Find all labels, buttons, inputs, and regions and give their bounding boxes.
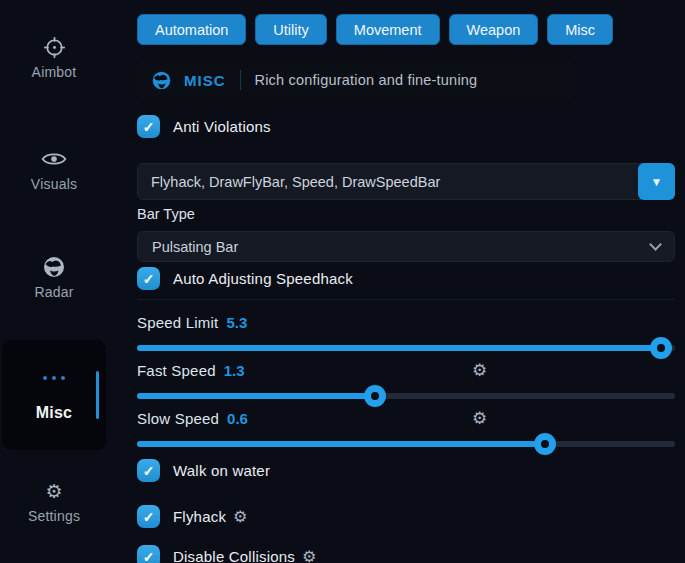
active-indicator [96, 371, 99, 419]
page-title: MISC [184, 72, 226, 89]
slider-track[interactable] [137, 441, 675, 447]
slider-handle[interactable] [534, 433, 556, 455]
multiselect-value: Flyhack, DrawFlyBar, Speed, DrawSpeedBar [138, 174, 639, 190]
dots-icon [2, 376, 106, 380]
tab-automation[interactable]: Automation [137, 14, 246, 45]
check-icon: ✓ [143, 272, 155, 286]
checkbox-row-flyhack: ✓ Flyhack ⚙ [137, 505, 675, 528]
crosshair-icon [0, 34, 108, 60]
checkbox-label: Walk on water [173, 462, 270, 479]
multiselect-dropdown-button[interactable]: ▼ [638, 163, 675, 200]
slider-value: 5.3 [226, 314, 247, 331]
select-value: Pulsating Bar [152, 239, 651, 255]
checkbox-label: Flyhack [173, 508, 226, 525]
fast-speed-label-row: Fast Speed 1.3 ⚙ [137, 362, 675, 379]
slider-track[interactable] [137, 345, 675, 351]
checkbox-row-walk-on-water: ✓ Walk on water [137, 459, 675, 482]
gear-icon[interactable]: ⚙ [302, 547, 316, 563]
page-subtitle: Rich configuration and fine-tuning [255, 72, 478, 88]
tab-utility[interactable]: Utility [255, 14, 326, 45]
check-icon: ✓ [143, 120, 155, 134]
section-header: MISC Rich configuration and fine-tuning [137, 60, 575, 100]
tab-bar: Automation Utility Movement Weapon Misc [137, 14, 675, 45]
checkbox-label: Auto Adjusting Speedhack [173, 270, 353, 287]
check-icon: ✓ [143, 550, 155, 563]
check-icon: ✓ [143, 510, 155, 524]
sidebar-item-visuals[interactable]: Visuals [0, 146, 108, 192]
disable-collisions-checkbox[interactable]: ✓ [137, 545, 160, 563]
check-icon: ✓ [143, 464, 155, 478]
slider-fill [137, 345, 661, 351]
sidebar-item-label: Settings [0, 508, 108, 524]
sidebar-item-label: Misc [2, 404, 106, 422]
chevron-down-icon [649, 238, 662, 251]
sidebar-item-aimbot[interactable]: Aimbot [0, 34, 108, 80]
slider-fill [137, 441, 545, 447]
anti-violations-checkbox[interactable]: ✓ [137, 115, 160, 138]
gear-icon[interactable]: ⚙ [472, 408, 487, 429]
slow-speed-label-row: Slow Speed 0.6 ⚙ [137, 410, 675, 427]
eye-icon [0, 146, 108, 172]
slider-label: Fast Speed [137, 362, 216, 379]
checkbox-row-auto-adjusting: ✓ Auto Adjusting Speedhack [137, 267, 675, 290]
slider-label: Slow Speed [137, 410, 219, 427]
speed-limit-label-row: Speed Limit 5.3 [137, 314, 675, 331]
sidebar-item-radar[interactable]: Radar [0, 254, 108, 300]
slider-value: 0.6 [227, 410, 248, 427]
bar-type-label: Bar Type [137, 206, 675, 222]
gear-icon[interactable]: ⚙ [233, 507, 247, 526]
checkbox-row-disable-collisions: ✓ Disable Collisions ⚙ [137, 545, 675, 563]
walk-on-water-checkbox[interactable]: ✓ [137, 459, 160, 482]
sidebar-item-settings[interactable]: ⚙ Settings [0, 478, 108, 524]
tab-misc[interactable]: Misc [547, 14, 613, 45]
auto-adjusting-checkbox[interactable]: ✓ [137, 267, 160, 290]
slider-label: Speed Limit [137, 314, 218, 331]
gear-icon[interactable]: ⚙ [472, 360, 487, 381]
slider-value: 1.3 [224, 362, 245, 379]
tab-movement[interactable]: Movement [336, 14, 440, 45]
sidebar-item-label: Aimbot [0, 64, 108, 80]
sidebar-item-label: Visuals [0, 176, 108, 192]
flyhack-checkbox[interactable]: ✓ [137, 505, 160, 528]
dropdown-arrow-icon: ▼ [651, 175, 663, 189]
sidebar-item-misc[interactable]: Misc [2, 340, 106, 450]
fast-speed-slider[interactable] [137, 385, 675, 407]
checkbox-label: Disable Collisions [173, 548, 295, 563]
gear-icon: ⚙ [0, 478, 108, 504]
slider-fill [137, 393, 375, 399]
checkbox-label: Anti Violations [173, 118, 271, 135]
main-content: Automation Utility Movement Weapon Misc … [137, 0, 675, 563]
divider [137, 299, 675, 300]
tab-weapon[interactable]: Weapon [449, 14, 539, 45]
slider-track[interactable] [137, 393, 675, 399]
speed-limit-slider[interactable] [137, 337, 675, 359]
globe-icon [151, 70, 172, 91]
checkbox-row-anti-violations: ✓ Anti Violations [137, 115, 675, 138]
sidebar-item-label: Radar [0, 284, 108, 300]
bar-type-select[interactable]: Pulsating Bar [137, 231, 675, 262]
bar-multiselect[interactable]: Flyhack, DrawFlyBar, Speed, DrawSpeedBar… [137, 163, 675, 200]
slider-handle[interactable] [364, 385, 386, 407]
slider-handle[interactable] [650, 337, 672, 359]
globe-icon [0, 254, 108, 280]
sidebar: Aimbot Visuals Radar Misc ⚙ Settings [0, 0, 130, 563]
divider [240, 70, 241, 90]
slow-speed-slider[interactable] [137, 433, 675, 455]
